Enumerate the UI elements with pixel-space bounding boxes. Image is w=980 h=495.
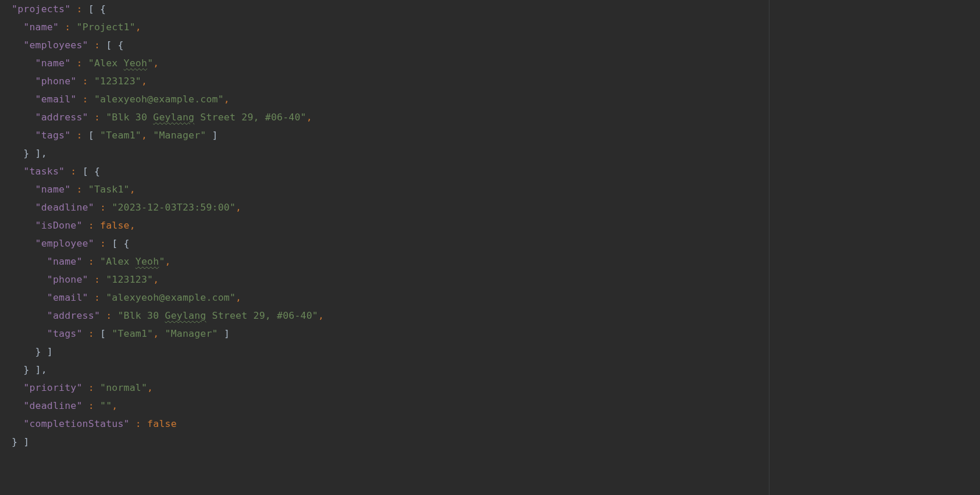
right-gutter-panel xyxy=(769,0,980,495)
comma: , xyxy=(136,22,141,33)
json-key: "tags" xyxy=(35,130,71,141)
json-key: "priority" xyxy=(23,382,82,393)
colon: : xyxy=(94,238,112,249)
spellcheck-warning: Yeoh xyxy=(136,256,159,267)
json-key: "tasks" xyxy=(23,166,65,177)
code-line: "isDone" : false, xyxy=(12,216,769,234)
json-key: "isDone" xyxy=(35,220,83,231)
colon: : xyxy=(130,418,147,429)
code-line: "name" : "Alex Yeoh", xyxy=(12,252,769,270)
json-key: "email" xyxy=(47,292,88,303)
colon: : xyxy=(76,94,94,105)
spellcheck-warning: Yeoh xyxy=(124,58,148,69)
json-key: "phone" xyxy=(47,274,88,285)
json-key: "address" xyxy=(35,112,88,123)
brace-bracket: } ], xyxy=(23,364,47,375)
json-key: "deadline" xyxy=(23,400,82,411)
brace-bracket: } ], xyxy=(23,148,47,159)
code-line: "name" : "Task1", xyxy=(12,180,769,198)
bracket-brace: [ { xyxy=(112,238,129,249)
code-line: "projects" : [ { xyxy=(12,0,769,18)
code-line: "deadline" : "2023-12-03T23:59:00", xyxy=(12,198,769,216)
comma: , xyxy=(224,94,230,105)
colon: : xyxy=(83,382,100,393)
json-string: "123123" xyxy=(106,274,153,285)
json-bool: false xyxy=(100,220,130,231)
json-key: "name" xyxy=(23,22,59,33)
comma: , xyxy=(130,184,136,195)
colon: : xyxy=(83,328,100,339)
comma: , xyxy=(318,310,324,321)
colon: : xyxy=(70,3,88,15)
comma: , xyxy=(153,58,159,69)
json-string: "Blk 30 xyxy=(106,112,153,123)
colon: : xyxy=(76,76,94,87)
spellcheck-warning: Geylang xyxy=(153,112,194,123)
colon: : xyxy=(94,202,112,213)
code-line: "employee" : [ { xyxy=(12,234,769,252)
colon: : xyxy=(70,58,88,69)
json-string: Street 29, #06-40" xyxy=(194,112,307,123)
json-key: "name" xyxy=(35,184,71,195)
comma: , xyxy=(236,202,241,213)
code-line: "phone" : "123123", xyxy=(12,72,769,90)
code-line: } ], xyxy=(12,361,769,379)
code-line: "priority" : "normal", xyxy=(12,379,769,397)
code-line: } ] xyxy=(12,433,769,451)
colon: : xyxy=(88,112,106,123)
json-key: "phone" xyxy=(35,76,77,87)
code-line: "email" : "alexyeoh@example.com", xyxy=(12,90,769,108)
json-key: "name" xyxy=(35,58,71,69)
bracket: ] xyxy=(206,130,218,141)
code-line: "name" : "Alex Yeoh", xyxy=(12,54,769,72)
bracket-brace: [ { xyxy=(88,3,106,15)
comma: , xyxy=(165,256,171,267)
colon: : xyxy=(83,256,100,267)
json-key: "name" xyxy=(47,256,83,267)
colon: : xyxy=(100,310,117,321)
json-bool: false xyxy=(147,418,177,429)
json-string: "alexyeoh@example.com" xyxy=(106,292,236,303)
json-key: "employees" xyxy=(23,40,88,51)
json-string: Street 29, #06-40" xyxy=(206,310,318,321)
comma-space: , xyxy=(141,130,153,141)
colon: : xyxy=(88,274,106,285)
json-key: "deadline" xyxy=(35,202,94,213)
code-line: "name" : "Project1", xyxy=(12,18,769,36)
json-key: "tags" xyxy=(47,328,83,339)
json-string: "Alex xyxy=(88,58,124,69)
comma: , xyxy=(153,274,159,285)
json-string: "Team1" xyxy=(112,328,153,339)
json-string: " xyxy=(159,256,165,267)
brace-bracket: } ] xyxy=(35,346,53,357)
json-string: "Project1" xyxy=(77,22,136,33)
code-line: "employees" : [ { xyxy=(12,36,769,54)
code-line: "email" : "alexyeoh@example.com", xyxy=(12,289,769,307)
comma: , xyxy=(147,382,153,393)
bracket-brace: [ { xyxy=(83,166,100,177)
code-line: "tasks" : [ { xyxy=(12,162,769,180)
code-line: "tags" : [ "Team1", "Manager" ] xyxy=(12,126,769,144)
code-line: "address" : "Blk 30 Geylang Street 29, #… xyxy=(12,108,769,126)
comma: , xyxy=(130,220,136,231)
bracket: ] xyxy=(218,328,230,339)
json-string: "Blk 30 xyxy=(117,310,165,321)
json-key: "email" xyxy=(35,94,77,105)
json-string: "Manager" xyxy=(153,130,206,141)
colon: : xyxy=(59,22,76,33)
json-key: "employee" xyxy=(35,238,94,249)
colon: : xyxy=(65,166,82,177)
comma: , xyxy=(112,400,117,411)
spellcheck-warning: Geylang xyxy=(165,310,206,321)
code-line: } ], xyxy=(12,144,769,162)
comma: , xyxy=(141,76,147,87)
code-line: "address" : "Blk 30 Geylang Street 29, #… xyxy=(12,307,769,325)
code-line: "phone" : "123123", xyxy=(12,270,769,289)
json-string: "Team1" xyxy=(100,130,141,141)
code-editor[interactable]: "projects" : [ { "name" : "Project1", "e… xyxy=(0,0,769,495)
json-string: " xyxy=(147,58,153,69)
json-string: "alexyeoh@example.com" xyxy=(94,94,224,105)
json-string: "normal" xyxy=(100,382,147,393)
colon: : xyxy=(70,184,88,195)
bracket: [ xyxy=(88,130,100,141)
